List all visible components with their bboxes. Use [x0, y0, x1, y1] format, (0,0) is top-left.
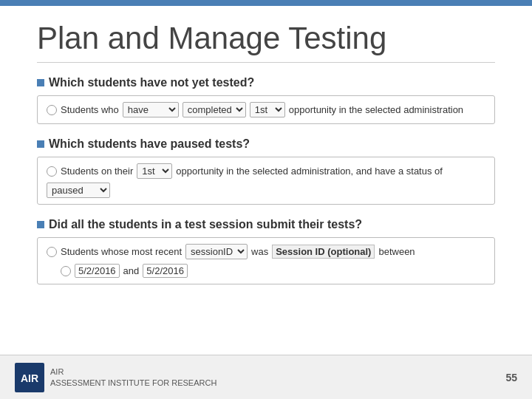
section1-prefix: Students who: [61, 104, 119, 115]
section2-select-status[interactable]: paused active completed: [47, 183, 110, 198]
main-content: Plan and Manage Testing Which students h…: [0, 6, 532, 313]
footer-logo: AIR AIR ASSESSMENT INSTITUTE FOR RESEARC…: [15, 363, 216, 392]
page-number: 55: [505, 372, 517, 383]
section1: Which students have not yet tested? Stud…: [37, 76, 495, 124]
section3-suffix: between: [378, 246, 415, 257]
svg-text:AIR: AIR: [21, 372, 38, 384]
section2: Which students have paused tests? Studen…: [37, 137, 495, 205]
section3-middle: was: [251, 246, 268, 257]
section3-and: and: [123, 265, 140, 276]
section2-prefix: Students on their: [61, 166, 133, 177]
section1-heading: Which students have not yet tested?: [37, 76, 495, 89]
section3-date2[interactable]: 5/2/2016: [143, 264, 188, 278]
section1-select-have[interactable]: have have not: [123, 102, 179, 117]
footer-logo-tagline: ASSESSMENT INSTITUTE FOR RESEARCH: [50, 378, 216, 388]
section1-select-opportunity[interactable]: 1st 2nd 3rd: [250, 102, 285, 117]
page-title: Plan and Manage Testing: [37, 21, 495, 63]
section1-heading-text: Which students have not yet tested?: [49, 76, 254, 89]
section3-radio2[interactable]: [61, 266, 71, 276]
section3-prefix: Students whose most recent: [61, 246, 182, 257]
footer-org-text: AIR ASSESSMENT INSTITUTE FOR RESEARCH: [50, 366, 216, 388]
section3-radio[interactable]: [47, 247, 57, 257]
air-logo-icon: AIR: [15, 363, 44, 392]
section2-select-opportunity[interactable]: 1st 2nd 3rd: [137, 163, 172, 179]
section3-query-box: Students whose most recent sessionID tes…: [37, 237, 495, 284]
section1-suffix: opportunity in the selected administrati…: [289, 104, 463, 115]
section2-heading: Which students have paused tests?: [37, 137, 495, 151]
section3-row2: 5/2/2016 and 5/2/2016: [47, 264, 485, 278]
section2-radio[interactable]: [47, 166, 57, 177]
section3-select-sessionid[interactable]: sessionID testID: [185, 244, 248, 259]
section2-query-box: Students on their 1st 2nd 3rd opportunit…: [37, 157, 495, 205]
section3-row1: Students whose most recent sessionID tes…: [47, 244, 485, 259]
footer-logo-name: AIR: [50, 366, 216, 377]
section3: Did all the students in a test session s…: [37, 218, 495, 284]
footer: AIR AIR ASSESSMENT INSTITUTE FOR RESEARC…: [0, 355, 532, 399]
section2-middle: opportunity in the selected administrati…: [176, 166, 443, 177]
section1-select-completed[interactable]: completed started: [183, 102, 246, 117]
section3-heading: Did all the students in a test session s…: [37, 218, 495, 231]
section1-radio[interactable]: [47, 105, 57, 115]
section2-heading-text: Which students have paused tests?: [49, 137, 250, 151]
section3-date1[interactable]: 5/2/2016: [75, 264, 120, 278]
section1-query-box: Students who have have not completed sta…: [37, 95, 495, 124]
top-bar: [0, 0, 532, 6]
session-id-label: Session ID (optional): [272, 245, 375, 259]
section3-heading-text: Did all the students in a test session s…: [49, 218, 362, 231]
